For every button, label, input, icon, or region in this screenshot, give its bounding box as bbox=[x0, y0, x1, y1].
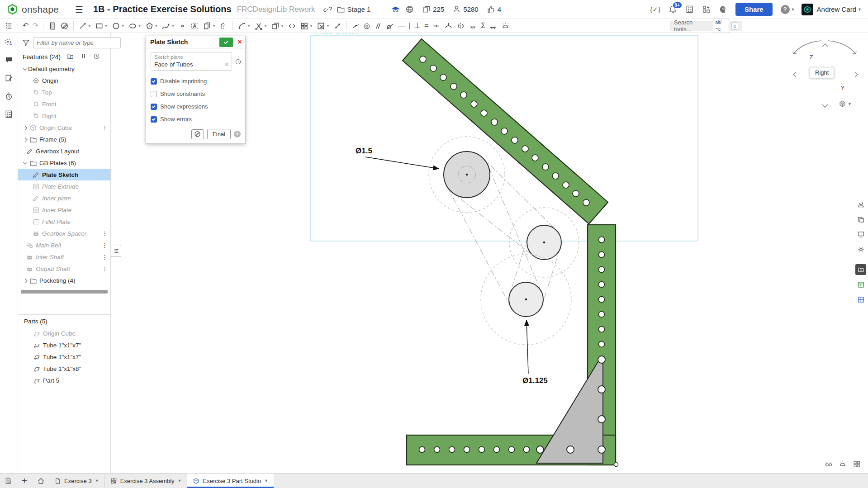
user-caret-icon[interactable]: ▼ bbox=[858, 7, 862, 12]
copy-tool-icon[interactable]: ▼ bbox=[270, 20, 285, 32]
tree-chevron-icon[interactable] bbox=[22, 160, 28, 166]
tasks-icon[interactable] bbox=[685, 5, 694, 14]
view-orientation-tooltip[interactable]: Right bbox=[810, 67, 834, 78]
dimension-small[interactable]: Ø1.125 bbox=[522, 320, 548, 385]
rotate-right-arrow-icon[interactable] bbox=[828, 41, 856, 54]
feature-row-inner-plate[interactable]: Inner plate bbox=[18, 192, 110, 204]
help-caret-icon[interactable]: ▼ bbox=[791, 7, 795, 12]
main-menu-icon[interactable]: ☰ bbox=[75, 4, 87, 15]
rollback-clock-icon[interactable] bbox=[235, 58, 242, 66]
tab-caret-icon[interactable]: ▼ bbox=[178, 479, 182, 483]
trim-tool-icon[interactable]: ▼ bbox=[253, 20, 269, 32]
search-tabs-icon[interactable] bbox=[0, 474, 16, 488]
view-options-button[interactable]: ▼ bbox=[839, 100, 852, 108]
instance-dots-icon[interactable]: ⋮ bbox=[102, 230, 108, 237]
text-tool-icon[interactable] bbox=[189, 20, 200, 32]
copies-icon[interactable] bbox=[422, 5, 431, 14]
rotate-down-icon[interactable] bbox=[822, 104, 828, 107]
cancel-x-button[interactable]: × bbox=[234, 38, 245, 47]
education-icon[interactable] bbox=[391, 5, 400, 14]
feature-row-gb-plates-6-[interactable]: GB Plates (6) bbox=[18, 157, 110, 169]
versions-icon[interactable]: {✓} bbox=[650, 5, 660, 14]
feature-row-origin[interactable]: Origin bbox=[18, 75, 110, 86]
likes-icon[interactable] bbox=[487, 5, 495, 14]
checkbox-icon[interactable] bbox=[151, 116, 157, 123]
sketch-circle-lower[interactable] bbox=[481, 254, 571, 345]
feature-row-fillet-plate[interactable]: Fillet Plate bbox=[18, 216, 110, 227]
tab-exercise-3[interactable]: Exercise 3▼ bbox=[49, 474, 105, 488]
checkbox-show-expressions[interactable]: Show expressions bbox=[151, 101, 241, 112]
parts-chevron-icon[interactable] bbox=[22, 318, 22, 325]
feature-row-pocketing-4-[interactable]: Pocketing (4) bbox=[18, 275, 110, 286]
home-tab-icon[interactable] bbox=[33, 474, 49, 488]
exit-sketch-icon[interactable] bbox=[59, 20, 70, 32]
rotate-right-icon[interactable] bbox=[855, 72, 858, 77]
feature-row-gearbox-layout[interactable]: Gearbox Layout bbox=[18, 145, 110, 157]
learning-icon[interactable] bbox=[719, 5, 727, 14]
search-tools-input[interactable]: Search tools... alt/⌥ c bbox=[670, 21, 742, 31]
section-view-icon[interactable] bbox=[825, 460, 833, 470]
isolate-icon[interactable] bbox=[839, 460, 847, 470]
instance-dots-icon[interactable]: ⋮ bbox=[102, 254, 108, 261]
appearance-panel-icon[interactable] bbox=[855, 199, 866, 210]
feature-row-output-shaft[interactable]: Output Shaft⋮ bbox=[18, 263, 110, 275]
horizontal-icon[interactable]: — bbox=[397, 20, 407, 32]
rollback-bar[interactable] bbox=[21, 290, 108, 294]
feature-row-plate-sketch[interactable]: Plate Sketch bbox=[18, 169, 110, 180]
symmetric-icon[interactable] bbox=[455, 20, 466, 32]
tab-caret-icon[interactable]: ▼ bbox=[264, 479, 268, 483]
instance-dots-icon[interactable]: ⋮ bbox=[102, 124, 108, 131]
tab-exercise-3-assembly[interactable]: Exercise 3 Assembly▼ bbox=[105, 474, 188, 488]
help-icon[interactable]: ? bbox=[781, 5, 790, 14]
fix-icon[interactable] bbox=[467, 20, 479, 32]
feature-row-origin-cube[interactable]: Origin Cube⋮ bbox=[18, 122, 110, 133]
feature-list-icon[interactable] bbox=[3, 20, 14, 32]
undo-icon[interactable]: ↶ bbox=[21, 20, 30, 32]
commit-check-button[interactable] bbox=[219, 38, 233, 47]
dialog-help-icon[interactable]: ? bbox=[234, 131, 241, 137]
rotate-left-arrow-icon[interactable] bbox=[793, 41, 821, 54]
history-icon[interactable] bbox=[5, 92, 13, 102]
normal-icon[interactable] bbox=[443, 20, 454, 32]
feature-row-inter-shaft[interactable]: Inter Shaft⋮ bbox=[18, 251, 110, 263]
checkbox-disable-imprinting[interactable]: Disable imprinting bbox=[151, 76, 241, 86]
tab-exercise-3-part-studio[interactable]: Exercise 3 Part Studio▼ bbox=[187, 474, 274, 488]
onshape-logo[interactable]: onshape bbox=[0, 3, 65, 15]
new-tab-button[interactable]: + bbox=[16, 474, 33, 488]
gusset-plate-part[interactable] bbox=[536, 356, 605, 463]
create-folder-icon[interactable] bbox=[67, 53, 74, 61]
redo-icon[interactable]: ↷ bbox=[31, 20, 39, 32]
checkbox-icon[interactable] bbox=[151, 91, 157, 97]
point-tool-icon[interactable] bbox=[177, 20, 188, 32]
feature-panel-icon[interactable] bbox=[855, 279, 866, 290]
offset-tool-icon[interactable] bbox=[218, 20, 229, 32]
curve-pattern-icon[interactable]: Σ bbox=[479, 20, 487, 32]
midpoint-icon[interactable] bbox=[431, 20, 442, 32]
dome-icon[interactable] bbox=[500, 20, 511, 32]
tables-panel-icon[interactable] bbox=[855, 294, 866, 305]
hatch-icon[interactable] bbox=[488, 20, 499, 32]
perpendicular-icon[interactable]: ⊥ bbox=[413, 20, 422, 32]
tab-caret-icon[interactable]: ▼ bbox=[95, 479, 99, 483]
part-row[interactable]: Part 5 bbox=[18, 374, 110, 386]
history-clock-icon[interactable] bbox=[93, 53, 100, 61]
measure-icon[interactable] bbox=[332, 20, 343, 32]
feature-row-front[interactable]: Front bbox=[18, 98, 110, 110]
parts-list-icon[interactable] bbox=[855, 264, 866, 275]
named-views-icon[interactable] bbox=[855, 229, 866, 240]
feature-row-default-geometry[interactable]: Default geometry bbox=[18, 63, 110, 75]
feature-row-plate-extrude[interactable]: Plate Extrude bbox=[18, 180, 110, 192]
slot-tool-icon[interactable]: ▼ bbox=[201, 20, 217, 32]
ellipse-tool-icon[interactable]: ▼ bbox=[127, 20, 143, 32]
dimension-large[interactable]: Ø1.5 bbox=[356, 147, 439, 169]
part-row[interactable]: Tube 1"x1"x8" bbox=[18, 363, 110, 374]
part-row[interactable]: Tube 1"x1"x7" bbox=[18, 339, 110, 351]
polygon-tool-icon[interactable]: ▼ bbox=[144, 20, 160, 32]
coincident-icon[interactable] bbox=[350, 20, 361, 32]
panel-flyout-button[interactable] bbox=[111, 245, 121, 257]
feature-row-main-belt[interactable]: Main Belt⋮ bbox=[18, 239, 110, 251]
folder-label[interactable]: Stage 1 bbox=[347, 5, 371, 13]
sketch-circle-large[interactable] bbox=[429, 137, 505, 213]
parts-section-header[interactable]: Parts (5) bbox=[18, 315, 110, 327]
tree-chevron-icon[interactable] bbox=[22, 277, 28, 284]
